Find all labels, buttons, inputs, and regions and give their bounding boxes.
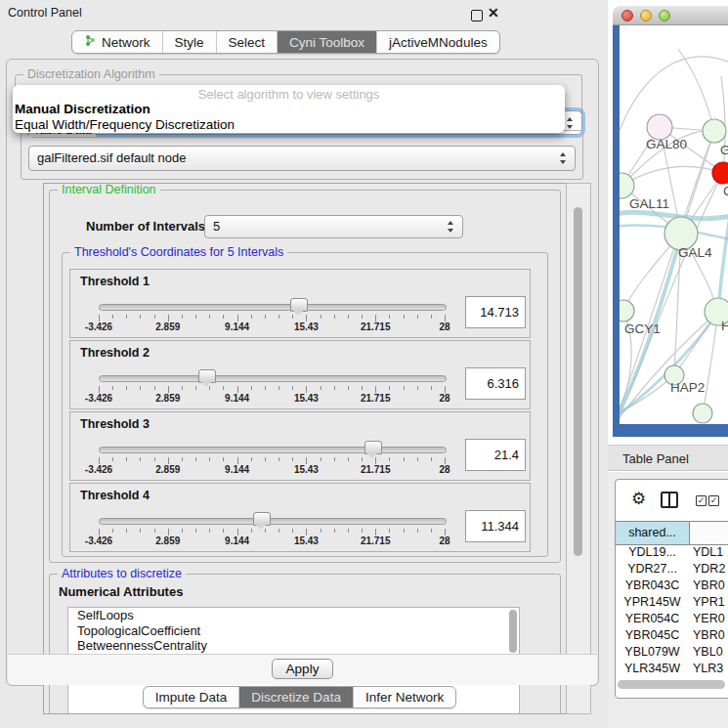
gear-icon[interactable]: ⚙ [631,489,646,508]
slider-thumb[interactable] [364,441,382,454]
slider-tick [154,529,155,533]
table-row[interactable]: YBL079WYBL0 [616,644,728,661]
cell-name: YER0 [689,611,728,627]
table-row[interactable]: YDR27...YDR2 [616,561,728,578]
tab-jactivemnodules[interactable]: jActiveMNodules [376,31,499,53]
table-row[interactable]: YLR345WYLR3 [616,661,728,677]
node-label: GAL80 [646,137,687,151]
tab-discretize-data[interactable]: Discretize Data [238,687,353,707]
tab-impute-data[interactable]: Impute Data [144,687,239,707]
number-of-intervals-combobox[interactable]: 5 [204,215,463,238]
slider-tick [168,386,169,393]
column-header-name[interactable]: n [690,522,728,544]
network-canvas[interactable]: GAL80 GA C GAL11 GAL4 GCY1 H HAP2 [620,25,728,424]
node-gcy1[interactable] [620,300,634,321]
slider-track[interactable] [99,375,447,382]
slider-tick [251,457,252,461]
slider-tick [348,315,349,319]
tab-infer-network[interactable]: Infer Network [353,687,455,707]
minimize-traffic-light-icon[interactable] [640,10,652,21]
table-row[interactable]: YDL19...YDL1 [616,544,728,561]
attribute-list-item[interactable]: SelfLoops [68,608,519,623]
slider-track[interactable] [99,304,447,311]
slider-tick [445,386,446,393]
slider-track[interactable] [99,518,447,525]
settings-scroll-area: Interval Definition Number of Intervals … [43,183,567,714]
table-panel-header[interactable]: Table Panel [608,445,728,471]
slider-tick [334,529,335,533]
slider-tick [404,529,405,533]
slider-tick-label: 21.715 [361,464,391,475]
columns-icon[interactable] [661,492,678,508]
slider-tick-label: 9.144 [225,321,249,332]
number-of-intervals-label: Number of Intervals [86,219,205,234]
scrollbar-thumb[interactable] [574,207,582,556]
network-graph[interactable]: GAL80 GA C GAL11 GAL4 GCY1 H HAP2 [620,25,728,424]
node-selected-red[interactable] [712,162,728,184]
interval-definition-group: Interval Definition Number of Intervals … [49,190,561,563]
cell-name: YPR1 [689,594,728,611]
attribute-list-item[interactable]: TopologicalCoefficient [68,623,519,639]
float-window-icon[interactable] [471,10,483,21]
node-bottom[interactable] [693,404,712,423]
slider-thumb[interactable] [290,298,308,312]
close-traffic-light-icon[interactable] [621,10,633,21]
slider-tick [375,315,376,321]
threshold-value-field[interactable]: 6.316 [465,367,526,400]
table-row[interactable]: YBR043CYBR0 [616,578,728,594]
column-header-shared-name[interactable]: shared... [616,522,690,544]
slider-tick [389,386,390,390]
list-scrollbar-thumb[interactable] [509,610,517,653]
panel-title: Control Panel [8,0,82,25]
network-window-titlebar[interactable] [613,6,728,25]
threshold-panel: Threshold 3-3.4262.8599.14415.4321.71528… [69,411,531,481]
apply-button[interactable]: Apply [272,659,334,679]
slider-tick [321,386,321,390]
zoom-traffic-light-icon[interactable] [659,10,670,21]
slider-tick [99,386,100,393]
table-row[interactable]: YER054CYER0 [616,611,728,627]
table-header-row: shared... n [616,521,728,545]
cell-name: YLR3 [689,661,728,677]
table-toolbar: ⚙ ✓ ✓ [616,480,728,521]
group-title: Attributes to discretize [58,567,186,580]
slider-tick [140,529,141,533]
threshold-label: Threshold 1 [80,275,150,288]
table-data-combobox[interactable]: galFiltered.sif default node [28,146,576,171]
slider-tick [112,529,113,533]
slider-thumb[interactable] [198,369,216,383]
slider-tick [168,529,169,535]
slider-tick [278,529,279,533]
node-top-right[interactable] [703,119,726,143]
vertical-scrollbar[interactable] [566,183,591,714]
threshold-value-field[interactable]: 21.4 [465,439,526,471]
slider-tick-label: 15.43 [294,535,319,546]
slider-track[interactable] [99,447,447,453]
tab-select[interactable]: Select [216,31,278,53]
slider-thumb[interactable] [253,512,271,526]
horizontal-scrollbar-thumb[interactable] [618,680,725,689]
combo-value: galFiltered.sif default node [37,147,186,170]
checkbox-icon[interactable]: ✓ [708,495,719,506]
close-icon[interactable]: ✕ [488,5,499,21]
threshold-value-field[interactable]: 14.713 [465,296,526,328]
slider-tick [237,529,238,535]
attribute-list-item[interactable]: BetweennessCentrality [68,638,519,654]
slider-tick-label: 28 [439,321,450,332]
threshold-value-field[interactable]: 11.344 [465,510,526,542]
tab-network[interactable]: Network [72,31,162,53]
slider-tick [154,315,155,319]
node-table: ⚙ ✓ ✓ shared... n YDL19...YDL1YDR27...YD… [615,479,728,699]
slider-tick-label: 15.43 [294,321,319,332]
table-row[interactable]: YPR145WYPR1 [616,594,728,611]
table-row[interactable]: YBR045CYBR0 [616,627,728,644]
popup-option[interactable]: Equal Width/Frequency Discretization [13,117,565,133]
checkbox-icon[interactable]: ✓ [696,495,707,506]
tab-cyni-toolbox[interactable]: Cyni Toolbox [277,31,376,53]
popup-option[interactable]: Manual Discretization [13,102,565,117]
slider-tick [182,529,183,533]
slider-tick-label: -3.426 [85,321,112,332]
slider-tick [265,386,266,390]
tab-style[interactable]: Style [162,31,216,53]
slider-tick [292,386,293,390]
